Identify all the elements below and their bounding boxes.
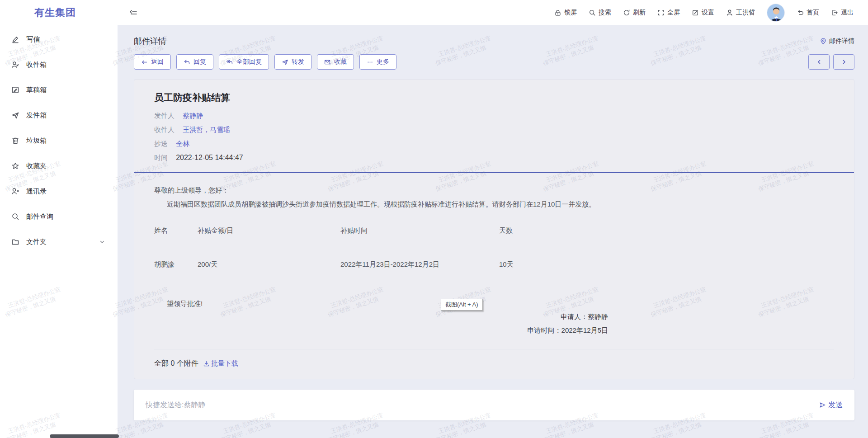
col-header-period: 补贴时间: [340, 226, 499, 235]
reply-all-button[interactable]: 全部回复: [219, 54, 269, 70]
sender-link[interactable]: 蔡静静: [183, 112, 203, 119]
send-button[interactable]: 发送: [819, 400, 843, 410]
current-user[interactable]: 王洪哲: [726, 9, 755, 17]
refresh-button[interactable]: 刷新: [623, 9, 646, 17]
mail-search-icon: [11, 212, 19, 221]
mail-from-row: 发件人 蔡静静: [154, 108, 834, 122]
sidebar-item-mail-search[interactable]: 邮件查询: [0, 204, 118, 229]
sidebar-collapse-button[interactable]: [129, 8, 138, 17]
mail-body: 尊敬的上级领导，您好： 近期福田区数据团队成员胡鹏濠被抽调沙头街道参加疫情数据处…: [134, 173, 854, 337]
compose-icon: [11, 35, 19, 43]
closing-text: 望领导批准!: [167, 300, 834, 308]
mail-action-toolbar: 返回 回复 全部回复 转发 收藏 更多: [134, 54, 854, 70]
topbar-actions: 锁屏 搜索 刷新 全屏 设置 王洪哲 首页: [554, 4, 868, 22]
logout-icon: [831, 9, 838, 16]
recipients-link[interactable]: 王洪哲，马雪瑶: [183, 126, 230, 133]
mail-cc-row: 抄送 全林: [154, 137, 834, 151]
col-header-days: 天数: [499, 226, 834, 235]
page-title: 邮件详情: [134, 36, 166, 47]
sidebar: 写信 收件箱 草稿箱 发件箱 垃圾箱 收藏夹 通讯录 邮件查询 文件夹: [0, 25, 118, 438]
sidebar-item-contacts[interactable]: 通讯录: [0, 179, 118, 204]
sidebar-item-inbox[interactable]: 收件箱: [0, 52, 118, 77]
reply-all-icon: [226, 59, 233, 66]
more-icon: [367, 59, 373, 66]
forward-icon: [282, 59, 288, 66]
prev-mail-button[interactable]: [808, 54, 830, 70]
cell-period: 2022年11月23日-2022年12月2日: [340, 260, 499, 269]
forward-button[interactable]: 转发: [274, 54, 311, 70]
favorite-button[interactable]: 收藏: [317, 54, 354, 70]
reply-icon: [184, 59, 190, 66]
applicant-name: 蔡静静: [588, 313, 608, 320]
attachments-section: 全部 0 个附件 批量下载: [154, 349, 834, 379]
lock-screen-button[interactable]: 锁屏: [554, 9, 577, 17]
settings-button[interactable]: 设置: [692, 9, 714, 17]
next-mail-button[interactable]: [833, 54, 854, 70]
arrow-left-icon: [141, 59, 148, 66]
mail-pager: [808, 54, 854, 70]
greeting-text: 尊敬的上级领导，您好：: [154, 185, 834, 195]
batch-download-link[interactable]: 批量下载: [203, 359, 238, 368]
home-return-icon: [797, 9, 804, 16]
subsidy-table: 姓名 补贴金额/日 补贴时间 天数 胡鹏濠 200/天 2022年11月23日-…: [154, 226, 834, 269]
download-icon: [203, 360, 210, 367]
logout-button[interactable]: 退出: [831, 9, 854, 17]
content-header: 邮件详情 邮件详情: [134, 36, 854, 47]
search-button[interactable]: 搜索: [589, 9, 611, 17]
user-name: 王洪哲: [736, 9, 755, 17]
reply-button[interactable]: 回复: [176, 54, 213, 70]
mail-time-row: 时间 2022-12-05 14:44:47: [154, 151, 834, 165]
attachments-summary: 全部 0 个附件: [154, 359, 198, 368]
avatar[interactable]: [767, 4, 785, 22]
search-icon: [589, 9, 596, 16]
signature-block: 申请人：蔡静静 申请时间：2022年12月5日: [154, 310, 834, 337]
avatar-photo: [767, 4, 785, 22]
sidebar-item-drafts[interactable]: 草稿箱: [0, 77, 118, 103]
body-paragraph: 近期福田区数据团队成员胡鹏濠被抽调沙头街道参加疫情数据处理工作。现根据防疫补贴标…: [154, 199, 834, 209]
cc-link[interactable]: 全林: [176, 140, 189, 147]
main-content: 邮件详情 邮件详情 返回 回复 全部回复 转发 收藏 更多: [118, 25, 868, 438]
user-icon: [726, 9, 733, 16]
quick-send-input[interactable]: [146, 401, 819, 409]
star-icon: [11, 162, 19, 170]
sidebar-item-trash[interactable]: 垃圾箱: [0, 128, 118, 153]
col-header-amount: 补贴金额/日: [198, 226, 340, 235]
horizontal-scrollbar-thumb[interactable]: [50, 434, 119, 438]
drafts-icon: [11, 86, 19, 94]
back-button[interactable]: 返回: [134, 54, 171, 70]
inbox-icon: [11, 61, 19, 69]
sidebar-item-sent[interactable]: 发件箱: [0, 103, 118, 128]
breadcrumb-location: 邮件详情: [820, 37, 854, 45]
more-button[interactable]: 更多: [359, 54, 396, 70]
sidebar-item-folders[interactable]: 文件夹: [0, 229, 118, 254]
chevron-right-icon: [841, 59, 847, 65]
sidebar-item-compose[interactable]: 写信: [0, 27, 118, 52]
quick-send-bar: 发送: [134, 390, 854, 420]
cell-name: 胡鹏濠: [154, 260, 198, 269]
screenshot-tooltip: 截图(Alt + A): [441, 299, 483, 311]
fullscreen-icon: [657, 9, 665, 16]
home-button[interactable]: 首页: [797, 9, 819, 17]
send-icon: [819, 401, 826, 409]
apply-date: 2022年12月5日: [561, 326, 608, 334]
trash-icon: [11, 137, 19, 145]
table-row: 胡鹏濠 200/天 2022年11月23日-2022年12月2日 10天: [154, 260, 834, 269]
brand-logo: 有生集团: [0, 6, 118, 19]
mail-detail-card: 员工防疫补贴结算 发件人 蔡静静 收件人 王洪哲，马雪瑶 抄送 全林 时间 20…: [134, 79, 854, 379]
cell-days: 10天: [499, 260, 834, 269]
sidebar-item-favorites[interactable]: 收藏夹: [0, 153, 118, 179]
refresh-icon: [623, 9, 630, 16]
chevron-down-icon: [99, 239, 105, 245]
apply-time-line: 申请时间：2022年12月5日: [154, 324, 608, 337]
applicant-line: 申请人：蔡静静: [154, 310, 608, 324]
mail-time: 2022-12-05 14:44:47: [176, 154, 243, 161]
folder-icon: [11, 238, 19, 246]
mail-subject: 员工防疫补贴结算: [154, 91, 834, 104]
location-pin-icon: [820, 38, 827, 45]
lock-icon: [554, 9, 561, 16]
chevron-left-icon: [816, 59, 822, 65]
fullscreen-button[interactable]: 全屏: [657, 9, 680, 17]
table-header-row: 姓名 补贴金额/日 补贴时间 天数: [154, 226, 834, 235]
contacts-icon: [11, 187, 19, 195]
topbar: 有生集团 锁屏 搜索 刷新 全屏 设置 王洪哲: [0, 0, 868, 25]
